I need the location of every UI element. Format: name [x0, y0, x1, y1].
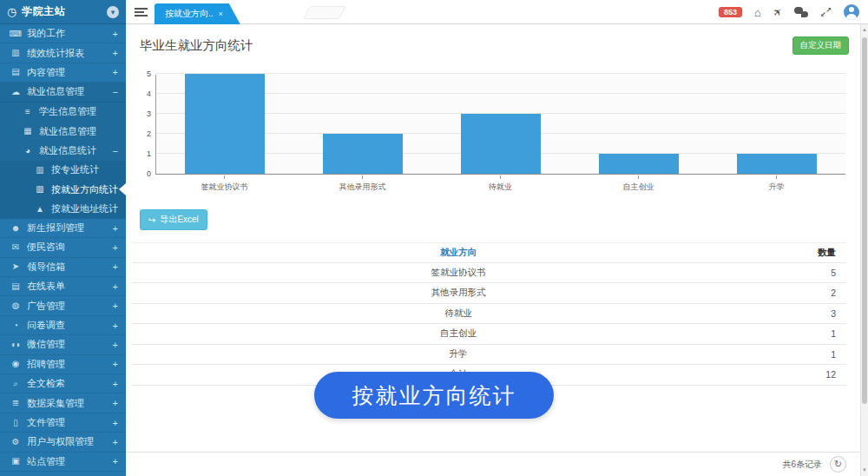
y-tick-label: 1 [147, 149, 151, 158]
chart-bar [461, 114, 541, 174]
plus-icon: + [113, 29, 118, 39]
sidebar-item-label: 问卷调查 [27, 319, 126, 332]
x-tick-label: 签就业协议书 [155, 175, 293, 193]
table-row: 其他录用形式2 [131, 283, 846, 304]
site-icon: ▣ [9, 457, 23, 466]
plus-icon: + [113, 456, 118, 466]
y-tick-label: 4 [147, 89, 151, 98]
sidebar-item[interactable]: ◍广告管理+ [0, 296, 126, 315]
plus-icon: + [113, 359, 118, 369]
x-tick-mark [224, 175, 225, 179]
sidebar-item[interactable]: ▤内容管理+ [0, 63, 126, 83]
expand-ne-arrow: ↗ [825, 7, 832, 14]
chart-bars [156, 75, 845, 174]
direction-cell: 其他录用形式 [131, 287, 786, 299]
sidebar-header[interactable]: ◷ 学院主站 ▾ [0, 0, 126, 24]
send-icon[interactable]: ✈ [771, 5, 785, 19]
count-cell: 12 [786, 369, 846, 380]
overlay-action-button[interactable]: 按就业方向统计 [314, 372, 554, 419]
sidebar-item-label: 用户与权限管理 [27, 435, 126, 448]
sidebar-item[interactable]: ▥按就业方向统计 [0, 180, 126, 199]
sidebar-item[interactable]: ➤领导信箱+ [0, 258, 126, 277]
sidebar-item[interactable]: ✉便民咨询+ [0, 238, 126, 257]
chart-plot [155, 75, 845, 175]
sidebar-item[interactable]: ▤在线表单+ [0, 277, 126, 296]
messages-icon[interactable] [794, 7, 808, 17]
x-tick-mark [638, 175, 639, 179]
plus-icon: + [113, 321, 118, 331]
grid-icon: ▦ [21, 127, 35, 136]
sidebar-item[interactable]: ▣站点管理+ [0, 453, 126, 472]
sidebar-item[interactable]: ☁就业信息管理− [0, 83, 126, 102]
count-cell: 3 [786, 308, 846, 319]
file-icon: ▯ [9, 419, 23, 427]
chart-x-axis: 签就业协议书其他录用形式待就业自主创业升学 [155, 175, 845, 193]
sidebar-item[interactable]: ▥绩效统计报表+ [0, 43, 126, 63]
bar-chart: 012345 签就业协议书其他录用形式待就业自主创业升学 [138, 74, 845, 201]
minus-icon: − [113, 87, 118, 97]
vertical-scrollbar[interactable]: ▲ ▼ [860, 24, 868, 476]
refresh-icon[interactable]: ↻ [830, 456, 846, 473]
y-tick-label: 5 [147, 69, 151, 78]
scroll-up-icon[interactable]: ▲ [861, 27, 868, 32]
database-icon: ≣ [9, 399, 23, 407]
sidebar-item-label: 我的工作 [27, 27, 126, 40]
chart-bar [185, 74, 265, 174]
chart-bar-slot [156, 75, 294, 174]
sidebar-item-label: 全文检索 [27, 377, 126, 390]
tab-employment-direction[interactable]: 按就业方向..× [155, 3, 240, 24]
direction-header: 就业方向 [131, 247, 786, 259]
bar-chart-icon: ▥ [33, 166, 47, 175]
sidebar-item-label: 文件管理 [27, 416, 126, 429]
chevron-down-icon[interactable]: ▾ [107, 6, 119, 18]
sidebar-item[interactable]: ⌨我的工作+ [0, 24, 126, 43]
export-label: 导出Excel [160, 214, 198, 226]
custom-date-button[interactable]: 自定义日期 [792, 36, 850, 55]
sidebar-item-label: 绩效统计报表 [27, 47, 126, 60]
plus-icon: + [113, 281, 118, 292]
sidebar-item[interactable]: ◕就业信息统计− [0, 141, 126, 160]
export-excel-button[interactable]: ↪ 导出Excel [140, 209, 207, 230]
plus-icon: + [113, 242, 118, 253]
sidebar-item-label: 内容管理 [27, 66, 126, 79]
scrollbar-thumb[interactable] [862, 37, 867, 404]
sidebar-item[interactable]: ◉招聘管理+ [0, 355, 126, 374]
sidebar-item-label: 招聘管理 [27, 358, 126, 371]
pie-chart-icon: ◕ [21, 147, 35, 155]
direction-cell: 自主创业 [131, 327, 786, 340]
list-icon: ≡ [21, 108, 35, 116]
y-tick-label: 3 [147, 109, 151, 118]
sidebar-item[interactable]: ⚙用户与权限管理+ [0, 433, 126, 452]
sidebar-item[interactable]: ☻新生报到管理+ [0, 219, 126, 238]
notification-badge[interactable]: 853 [719, 7, 742, 17]
sidebar-item[interactable]: ≡学生信息管理 [0, 102, 126, 122]
chart-bar [323, 134, 403, 174]
home-icon[interactable]: ⌂ [754, 7, 761, 18]
sidebar-menu: ⌨我的工作+▥绩效统计报表+▤内容管理+☁就业信息管理−≡学生信息管理▦就业信息… [0, 24, 126, 476]
sidebar-item[interactable]: ◖◗微信管理+ [0, 335, 126, 354]
sidebar: ◷ 学院主站 ▾ ⌨我的工作+▥绩效统计报表+▤内容管理+☁就业信息管理−≡学生… [0, 0, 126, 476]
sidebar-item-label: 就业信息管理 [39, 125, 126, 138]
chart-bar [599, 154, 679, 174]
user-avatar[interactable] [844, 4, 859, 20]
sidebar-item[interactable]: ▦就业信息管理 [0, 122, 126, 141]
plus-icon: + [113, 437, 118, 447]
sidebar-item[interactable]: ▲按就业地址统计 [0, 200, 126, 219]
sidebar-item[interactable]: ≣数据采集管理+ [0, 393, 126, 413]
plus-icon: + [113, 48, 118, 58]
content-icon: ▤ [9, 68, 23, 76]
sidebar-item[interactable]: ◔问卷调查+ [0, 316, 126, 335]
plus-icon: + [113, 418, 118, 428]
sidebar-item[interactable]: ⌕全文检索+ [0, 374, 126, 393]
form-icon: ▤ [9, 282, 23, 291]
plus-icon: + [113, 67, 118, 77]
x-tick-label: 待就业 [431, 175, 569, 193]
scroll-down-icon[interactable]: ▼ [861, 467, 868, 473]
menu-toggle-icon[interactable] [135, 8, 148, 17]
table-row: 待就业3 [131, 304, 846, 325]
main-content: 毕业生就业方向统计 自定义日期 012345 签就业协议书其他录用形式待就业自主… [126, 24, 868, 476]
close-icon[interactable]: × [219, 10, 223, 18]
sidebar-item[interactable]: ▥按专业统计 [0, 161, 126, 180]
fullscreen-icon[interactable]: ↗↙ [820, 7, 832, 18]
sidebar-item[interactable]: ▯文件管理+ [0, 413, 126, 433]
